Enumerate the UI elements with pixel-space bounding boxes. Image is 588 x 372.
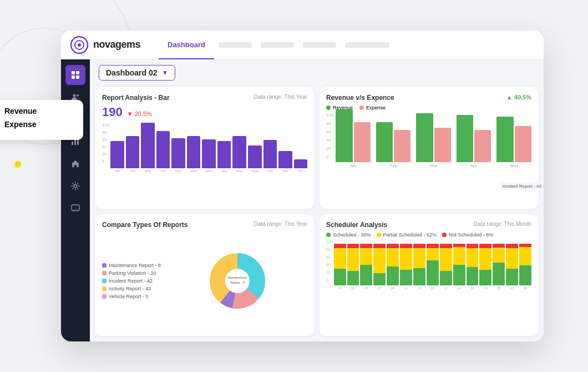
bar-group: Aug: [232, 123, 246, 173]
sched-bar-group: 11: [400, 240, 412, 290]
sched-bar-label: 21: [470, 286, 474, 290]
sched-bar-group: 03: [347, 240, 359, 290]
bar-label: Aug: [236, 169, 242, 173]
bar: [171, 138, 185, 168]
revenue-bar: [336, 109, 352, 162]
bar-label: Nov: [282, 169, 288, 173]
svg-point-2: [78, 43, 81, 47]
bar-group: Dec: [294, 123, 307, 173]
bar-group: June: [202, 123, 216, 173]
chart-compare-reports: Compare Types Of Reports Data range: Thi…: [95, 214, 314, 336]
rev-bar-group: Mar: [416, 113, 451, 168]
dropdown-arrow-icon: ▼: [162, 69, 169, 77]
bar-label: Jan: [115, 169, 120, 173]
svg-text:Maintenance: Maintenance: [228, 276, 247, 279]
app-window: novagems Dashboard: [61, 31, 544, 341]
sched-bar-label: 07: [378, 286, 382, 290]
bar-label: Oct: [267, 169, 272, 173]
svg-point-7: [73, 94, 76, 97]
expense-bar: [394, 130, 410, 162]
legend-vehicle: Vehicle Report - 0: [102, 294, 163, 299]
rev-bar-label: Jan: [336, 163, 371, 168]
sched-bar-group: 29: [519, 240, 531, 290]
tab-placeholder-4: [345, 42, 389, 48]
bar: [232, 136, 246, 169]
bar-label: May: [175, 169, 181, 173]
bar-group: Mar: [141, 123, 155, 173]
sched-bar-group: 21: [467, 240, 479, 290]
sidebar-icon-grid[interactable]: [65, 65, 85, 85]
bar: [141, 123, 155, 168]
sidebar-icon-message[interactable]: [65, 198, 85, 218]
scheduler-chart-area: 100 80 60 40 20 0 0103050709111315171921…: [326, 240, 531, 329]
dashboard-selector[interactable]: Dashboard 02 ▼: [99, 65, 175, 81]
sched-bar-label: 27: [510, 286, 514, 290]
rev-bar-group: Jan: [336, 113, 371, 168]
content-area: Dashboard 02 ▼ Report Analysis - Bar Dat…: [90, 59, 544, 341]
legend-parking: Parking Violation - 20: [102, 270, 163, 276]
main-area: Dashboard 02 ▼ Report Analysis - Bar Dat…: [61, 59, 544, 341]
bar-group: Jan: [110, 123, 124, 173]
sched-bar-group: 13: [413, 240, 425, 290]
top-bar: novagems Dashboard: [61, 31, 544, 59]
tooltip-expense: Expense: [0, 120, 73, 129]
legend-not-scheduled: Not Scheduled - 8%: [442, 232, 493, 238]
bar: [248, 145, 262, 168]
svg-rect-4: [76, 71, 79, 74]
rev-bar-label: Mar: [416, 163, 451, 168]
bar: [202, 139, 216, 168]
nav-tabs: Dashboard: [159, 31, 535, 59]
pie-chart-container: Maintenance Report - 8: [168, 232, 307, 329]
svg-point-8: [77, 94, 79, 97]
bar-label: Mar: [145, 169, 150, 173]
bar-group: Nov: [278, 123, 292, 173]
rev-legend-revenue-dot: [326, 105, 331, 110]
chart-revenue-expense: Revenue v/s Expence ▲ 40.5% Revenue Expe…: [320, 87, 538, 209]
svg-rect-13: [72, 205, 79, 210]
sched-bar-label: 19: [457, 286, 461, 290]
revenue-bar: [376, 122, 393, 162]
sched-bar-group: 15: [427, 240, 439, 290]
rev-bar-group: Apr: [457, 113, 491, 168]
bar-label: Apr: [160, 169, 165, 173]
bar-group: June: [187, 123, 201, 173]
sched-bar-label: 25: [497, 286, 501, 290]
svg-rect-10: [74, 140, 76, 145]
sched-bar-label: 11: [404, 286, 408, 290]
tab-placeholder-1: [219, 42, 252, 48]
legend-scheduled: Scheduled - 30%: [326, 232, 371, 238]
sched-bar-group: 05: [360, 240, 372, 290]
svg-rect-9: [72, 142, 73, 145]
dot-yellow: [14, 161, 21, 168]
bar: [156, 131, 170, 168]
tab-dashboard[interactable]: Dashboard: [159, 31, 214, 59]
sched-bar-group: 07: [373, 240, 386, 290]
rev-bar-group: May: [496, 113, 531, 168]
revenue-expense-tooltip: Revenue Expense: [0, 100, 83, 140]
svg-point-12: [74, 185, 77, 188]
bar-group: May: [171, 123, 185, 173]
sched-bar-label: 05: [364, 286, 368, 290]
sched-bar-group: 19: [453, 240, 465, 290]
pie-legend: Maintenance Report - 8 Parking Violation…: [102, 232, 163, 329]
rev-chart-header: Revenue v/s Expence ▲ 40.5%: [326, 94, 531, 102]
sched-bar-group: 09: [387, 240, 399, 290]
bar: [294, 159, 307, 168]
bar-group: July: [217, 123, 231, 173]
scheduler-title: Scheduler Analysis: [326, 221, 387, 229]
bar-group: Sept: [248, 123, 262, 173]
tab-placeholder-2: [261, 42, 294, 48]
sidebar-icon-settings[interactable]: [65, 176, 85, 196]
revenue-bar: [416, 113, 433, 162]
chart-header: Report Analysis - Bar Data range: This Y…: [102, 94, 307, 102]
scheduler-bars-container: 010305070911131517192123252729: [334, 240, 531, 290]
y-axis: 100 80 60 40 20 0: [102, 123, 109, 173]
rev-bar-label: May: [496, 163, 531, 168]
chart-report-analysis: Report Analysis - Bar Data range: This Y…: [95, 87, 314, 209]
logo-icon: [70, 36, 89, 54]
legend-maintenance: Maintenance Report - 8: [102, 263, 163, 268]
sidebar-icon-home[interactable]: [65, 154, 85, 174]
sched-y-axis: 100 80 60 40 20 0: [326, 240, 333, 290]
tooltip-expense-label: Expense: [4, 120, 37, 129]
sched-bar-label: 29: [524, 286, 528, 290]
